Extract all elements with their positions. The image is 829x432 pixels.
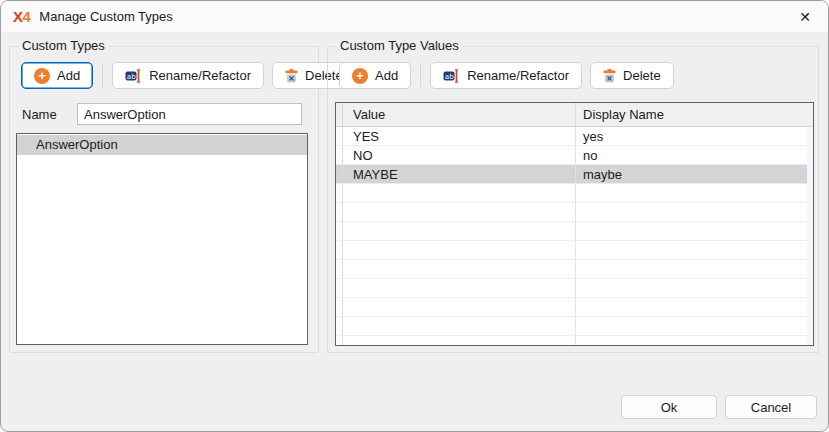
add-icon: +	[352, 68, 368, 84]
row-header-corner	[336, 103, 343, 126]
cell-display-name[interactable]	[575, 317, 813, 335]
toolbar-separator	[420, 64, 421, 87]
rename-value-button[interactable]: ab Rename/Refactor	[430, 62, 582, 89]
delete-icon	[603, 69, 616, 83]
cell-value[interactable]	[343, 222, 575, 240]
custom-type-values-toolbar: + Add ab Rename/Refactor	[339, 62, 674, 89]
cell-value[interactable]: NO	[343, 146, 575, 164]
add-type-label: Add	[57, 68, 80, 83]
values-table-body: YESyesNOnoMAYBEmaybe	[336, 127, 813, 346]
delete-value-label: Delete	[623, 68, 661, 83]
cell-value[interactable]	[343, 279, 575, 297]
column-header-value[interactable]: Value	[343, 103, 575, 126]
row-header[interactable]	[336, 222, 343, 240]
cell-display-name[interactable]	[575, 260, 813, 278]
cell-display-name[interactable]	[575, 279, 813, 297]
type-name-input[interactable]	[77, 103, 302, 125]
values-table-header: Value Display Name	[336, 103, 813, 127]
table-row[interactable]: NOno	[336, 146, 813, 165]
cell-display-name[interactable]	[575, 184, 813, 202]
cell-value[interactable]: MAYBE	[343, 165, 575, 183]
row-header[interactable]	[336, 241, 343, 259]
toolbar-separator	[102, 64, 103, 87]
cell-display-name[interactable]	[575, 222, 813, 240]
add-value-label: Add	[375, 68, 398, 83]
cell-value[interactable]	[343, 298, 575, 316]
custom-type-values-group: Custom Type Values + Add ab Rename/Ref	[327, 46, 819, 353]
column-header-display-name[interactable]: Display Name	[575, 103, 813, 126]
table-row[interactable]	[336, 260, 813, 279]
row-header[interactable]	[336, 260, 343, 278]
name-label: Name	[22, 106, 57, 124]
logo-x: X	[13, 8, 23, 25]
rename-type-label: Rename/Refactor	[149, 68, 251, 83]
row-header[interactable]	[336, 317, 343, 335]
custom-types-list[interactable]: AnswerOption	[16, 133, 308, 345]
cell-display-name[interactable]: yes	[575, 127, 813, 145]
table-row[interactable]	[336, 241, 813, 260]
table-row[interactable]: MAYBEmaybe	[336, 165, 813, 184]
svg-text:ab: ab	[445, 71, 454, 80]
delete-value-button[interactable]: Delete	[590, 62, 674, 89]
cell-display-name[interactable]	[575, 298, 813, 316]
rename-icon: ab	[125, 69, 142, 83]
close-button[interactable]: ✕	[788, 3, 822, 30]
table-row[interactable]	[336, 203, 813, 222]
cell-value[interactable]	[343, 184, 575, 202]
logo-4: 4	[23, 8, 31, 25]
list-item[interactable]: AnswerOption	[17, 135, 307, 155]
cell-display-name[interactable]	[575, 203, 813, 221]
ok-button[interactable]: Ok	[621, 395, 717, 419]
row-header[interactable]	[336, 279, 343, 297]
row-header[interactable]	[336, 336, 343, 346]
window-title: Manage Custom Types	[39, 9, 172, 24]
table-row[interactable]	[336, 317, 813, 336]
delete-icon	[285, 69, 298, 83]
app-logo-icon: X4	[13, 8, 30, 25]
custom-types-group-label: Custom Types	[18, 38, 109, 54]
rename-icon: ab	[443, 69, 460, 83]
row-header[interactable]	[336, 146, 343, 164]
custom-types-group: Custom Types + Add ab Rename/Refactor	[9, 46, 319, 353]
cell-value[interactable]: YES	[343, 127, 575, 145]
table-row[interactable]	[336, 279, 813, 298]
add-value-button[interactable]: + Add	[339, 62, 411, 89]
titlebar[interactable]: X4 Manage Custom Types ✕	[1, 1, 828, 32]
table-row[interactable]	[336, 298, 813, 317]
cell-value[interactable]	[343, 203, 575, 221]
custom-type-values-group-label: Custom Type Values	[336, 38, 463, 54]
svg-text:ab: ab	[127, 71, 136, 80]
table-row[interactable]	[336, 184, 813, 203]
add-icon: +	[34, 68, 50, 84]
cell-display-name[interactable]: maybe	[575, 165, 813, 183]
cell-display-name[interactable]	[575, 241, 813, 259]
cell-value[interactable]	[343, 260, 575, 278]
row-header[interactable]	[336, 203, 343, 221]
cell-value[interactable]	[343, 317, 575, 335]
rename-value-label: Rename/Refactor	[467, 68, 569, 83]
cell-display-name[interactable]	[575, 336, 813, 346]
add-type-button[interactable]: + Add	[21, 62, 93, 89]
vertical-scrollbar-track[interactable]	[807, 127, 813, 345]
cancel-button[interactable]: Cancel	[725, 395, 817, 419]
rename-type-button[interactable]: ab Rename/Refactor	[112, 62, 264, 89]
cell-display-name[interactable]: no	[575, 146, 813, 164]
table-row[interactable]	[336, 336, 813, 346]
row-header[interactable]	[336, 298, 343, 316]
values-table[interactable]: Value Display Name YESyesNOnoMAYBEmaybe	[335, 102, 814, 346]
cell-value[interactable]	[343, 241, 575, 259]
table-row[interactable]: YESyes	[336, 127, 813, 146]
row-header[interactable]	[336, 184, 343, 202]
custom-types-toolbar: + Add ab Rename/Refactor	[21, 62, 356, 89]
table-row[interactable]	[336, 222, 813, 241]
close-icon: ✕	[799, 9, 811, 25]
row-header[interactable]	[336, 127, 343, 145]
dialog-manage-custom-types: X4 Manage Custom Types ✕ Custom Types + …	[0, 0, 829, 432]
row-header[interactable]	[336, 165, 343, 183]
cell-value[interactable]	[343, 336, 575, 346]
